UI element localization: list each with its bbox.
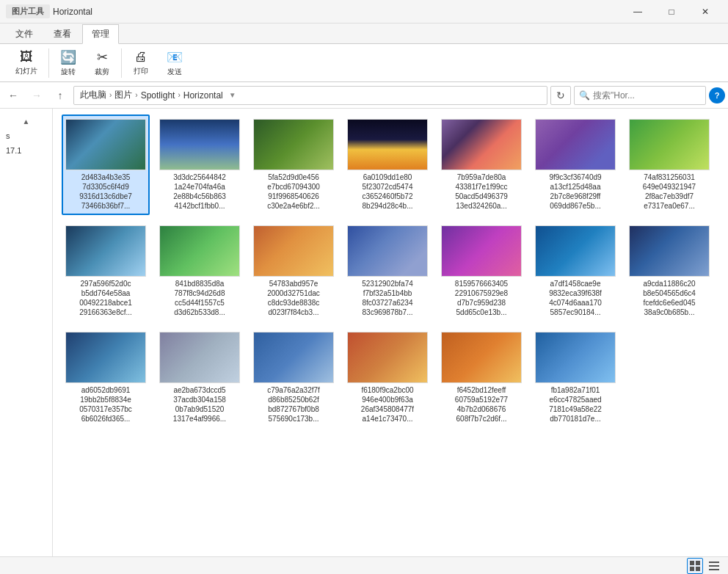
file-name: 815957666340522910675929e8d7b7c959d2385d…	[441, 279, 522, 317]
file-name: 2d483a4b3e357d3305c6f4d99316d13c6dbe7734…	[65, 172, 146, 211]
ribbon-btn-1[interactable]: 🖼 幻灯片	[9, 46, 44, 80]
svg-rect-3	[696, 567, 700, 571]
file-item[interactable]: 5fa52d9d0e456e7bcd6709430091f9968540626c…	[250, 115, 338, 215]
forward-button[interactable]: →	[26, 85, 47, 106]
sep-3: ›	[178, 91, 180, 99]
ribbon-btn-3[interactable]: ✂ 裁剪	[87, 46, 117, 81]
file-name: f6180f9ca2bc00946e400b9f63a26af345808477…	[347, 385, 428, 424]
file-thumbnail	[159, 119, 240, 170]
address-chevron-icon: ▼	[229, 91, 236, 99]
file-thumbnail	[253, 119, 334, 170]
breadcrumb: 此电脑 › 图片 › Spotlight › Horizontal	[80, 89, 223, 101]
bottom-bar	[0, 556, 728, 574]
up-button[interactable]: ↑	[50, 85, 70, 106]
file-thumbnail	[253, 332, 334, 383]
file-name: ae2ba673dccd537acdb304a1580b7ab9d5152013…	[159, 385, 240, 424]
breadcrumb-pictures[interactable]: 图片	[114, 89, 132, 101]
sidebar-item-s[interactable]: s	[0, 128, 52, 143]
file-name: 52312902bfa74f7bf32a51b4bb8fc03727a62348…	[347, 279, 428, 317]
ribbon-btn-4[interactable]: 🖨 打印	[126, 46, 156, 80]
breadcrumb-spotlight[interactable]: Spotlight	[141, 90, 175, 101]
file-name: a9cda11886c20b8e504565d6c4fcefdc6e6ed045…	[629, 279, 710, 317]
file-item[interactable]: c79a76a2a32f7fd86b85250b62fbd872767bf0b8…	[250, 327, 338, 428]
sidebar-scroll-up[interactable]: ▲	[0, 115, 52, 128]
file-name: 74af831256031649e0493219472f8ac7eb39df7e…	[629, 172, 710, 211]
minimize-button[interactable]: —	[621, 0, 655, 23]
grid-view-button[interactable]	[687, 558, 703, 574]
file-item[interactable]: 2d483a4b3e357d3305c6f4d99316d13c6dbe7734…	[62, 115, 150, 215]
file-thumbnail	[441, 119, 522, 170]
close-button[interactable]: ✕	[688, 0, 722, 23]
ribbon-tabs: 文件 查看 管理	[0, 23, 728, 44]
file-item[interactable]: f6180f9ca2bc00946e400b9f63a26af345808477…	[343, 327, 432, 428]
file-thumbnail	[159, 332, 240, 383]
file-name: fb1a982a71f01e6cc47825aaed7181c49a58e22d…	[535, 385, 616, 424]
file-name: c79a76a2a32f7fd86b85250b62fbd872767bf0b8…	[253, 385, 334, 424]
file-item[interactable]: 74af831256031649e0493219472f8ac7eb39df7e…	[625, 115, 713, 215]
svg-rect-5	[709, 565, 719, 567]
app-label: 图片工具	[6, 4, 50, 18]
back-button[interactable]: ←	[3, 85, 23, 106]
file-item[interactable]: a7df1458cae9e9832eca39f638f4c074d6aaa170…	[531, 221, 619, 321]
sep-1: ›	[109, 91, 112, 99]
file-item[interactable]: fb1a982a71f01e6cc47825aaed7181c49a58e22d…	[531, 327, 619, 428]
help-button[interactable]: ?	[709, 87, 725, 103]
file-thumbnail	[441, 332, 522, 383]
ribbon-btn-2[interactable]: 🔄 旋转	[54, 46, 83, 81]
sidebar: ▲ s 17.1 ▼	[0, 109, 53, 574]
file-name: 5fa52d9d0e456e7bcd6709430091f9968540626c…	[253, 172, 334, 211]
file-item[interactable]: 52312902bfa74f7bf32a51b4bb8fc03727a62348…	[343, 221, 432, 321]
file-item[interactable]: 54783abd957e2000d32751dacc8dc93de8838cd0…	[250, 221, 338, 321]
file-thumbnail	[629, 119, 710, 170]
breadcrumb-horizontal[interactable]: Horizontal	[183, 90, 223, 101]
file-item[interactable]: 6a0109dd1e805f23072cd5474c3652460f5b728b…	[343, 115, 432, 215]
address-bar: 此电脑 › 图片 › Spotlight › Horizontal ▼	[73, 86, 547, 105]
tab-manage[interactable]: 管理	[82, 24, 119, 44]
ribbon-toolbar: 🖼 幻灯片 🔄 旋转 ✂ 裁剪 🖨 打印 📧 发送	[0, 44, 728, 82]
search-icon: 🔍	[579, 90, 590, 101]
file-thumbnail	[159, 225, 240, 277]
file-name: 7b959a7de80a43381f7e1f99cc50acd5d4963791…	[441, 172, 522, 211]
list-view-button[interactable]	[706, 558, 722, 574]
file-thumbnail	[535, 332, 616, 383]
file-name: ad6052db969119bb2b5f8834e0570317e357bc6b…	[65, 385, 146, 424]
nav-bar: ← → ↑ 此电脑 › 图片 › Spotlight › Horizontal …	[0, 82, 728, 109]
sep-2: ›	[135, 91, 137, 99]
svg-rect-0	[690, 561, 694, 565]
title-bar-controls: — □ ✕	[621, 0, 722, 23]
file-thumbnail	[535, 119, 616, 170]
file-name: a7df1458cae9e9832eca39f638f4c074d6aaa170…	[535, 279, 616, 317]
file-item[interactable]: 9f9c3cf36740d9a13cf125d48aa2b7c8e968f29f…	[531, 115, 619, 215]
file-item[interactable]: 841bd8835d8a787f8c94d26d8cc5d44f1557c5d3…	[156, 221, 244, 321]
file-item[interactable]: 297a596f52d0cb5dd764e58aa00492218abce129…	[62, 221, 150, 321]
tab-view[interactable]: 查看	[44, 24, 81, 43]
sidebar-item-17[interactable]: 17.1	[0, 143, 52, 158]
breadcrumb-computer[interactable]: 此电脑	[80, 89, 106, 101]
file-thumbnail	[65, 225, 146, 277]
maximize-button[interactable]: □	[655, 0, 688, 23]
ribbon-btn-5[interactable]: 📧 发送	[160, 46, 189, 81]
file-name: 54783abd957e2000d32751dacc8dc93de8838cd0…	[253, 279, 334, 317]
file-item[interactable]: a9cda11886c20b8e504565d6c4fcefdc6e6ed045…	[625, 221, 713, 321]
tab-file[interactable]: 文件	[6, 24, 43, 43]
file-thumbnail	[535, 225, 616, 277]
file-thumbnail	[347, 332, 428, 383]
file-thumbnail	[629, 225, 710, 277]
file-item[interactable]: ae2ba673dccd537acdb304a1580b7ab9d5152013…	[156, 327, 244, 428]
file-item[interactable]: f6452bd12feeff60759a5192e774b7b2d0686766…	[437, 327, 525, 428]
file-thumbnail	[347, 225, 428, 277]
file-thumbnail	[441, 225, 522, 277]
file-item[interactable]: 3d3dc256448421a24e704fa46a2e88b4c56b8634…	[156, 115, 244, 215]
title-bar: 图片工具 Horizontal — □ ✕	[0, 0, 728, 23]
svg-rect-4	[709, 562, 719, 563]
file-thumbnail	[65, 332, 146, 383]
file-name: 9f9c3cf36740d9a13cf125d48aa2b7c8e968f29f…	[535, 172, 616, 211]
search-box: 🔍	[574, 86, 706, 105]
search-input[interactable]	[593, 90, 701, 101]
file-item[interactable]: 815957666340522910675929e8d7b7c959d2385d…	[437, 221, 525, 321]
file-name: f6452bd12feeff60759a5192e774b7b2d0686766…	[441, 385, 522, 424]
file-grid: 2d483a4b3e357d3305c6f4d99316d13c6dbe7734…	[62, 115, 719, 428]
refresh-button[interactable]: ↻	[550, 86, 571, 105]
file-item[interactable]: 7b959a7de80a43381f7e1f99cc50acd5d4963791…	[437, 115, 525, 215]
file-item[interactable]: ad6052db969119bb2b5f8834e0570317e357bc6b…	[62, 327, 150, 428]
